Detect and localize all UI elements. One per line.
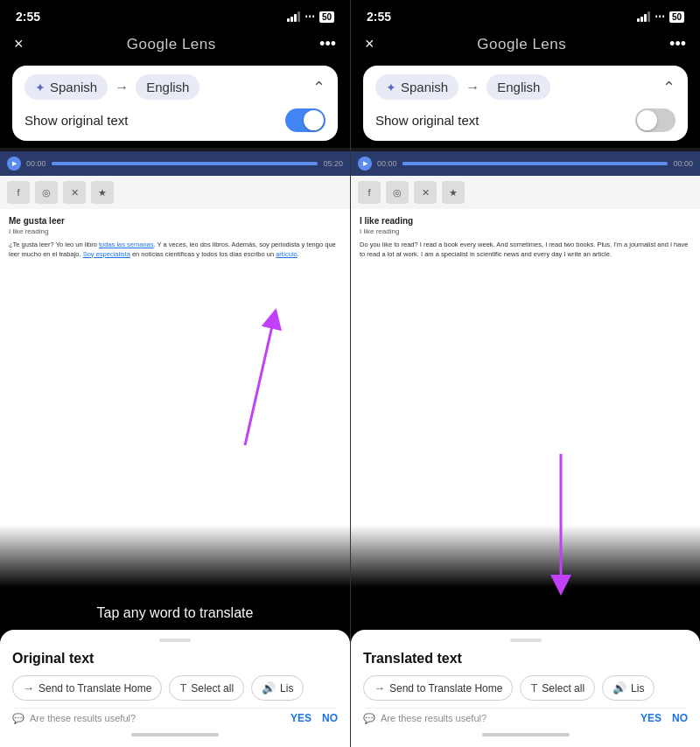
- listen-icon-right: 🔊: [612, 681, 626, 695]
- time-end-left: 05:20: [323, 159, 343, 168]
- status-bar-right: 2:55 ⋅⋅⋅ 50: [351, 0, 700, 31]
- source-lang-btn-left[interactable]: ✦ Spanish: [24, 74, 108, 100]
- language-row-left: ✦ Spanish → English ⌃: [24, 74, 326, 100]
- chevron-up-icon-right[interactable]: ⌃: [662, 78, 676, 97]
- tap-any-word-left: Tap any word to translate: [0, 605, 350, 621]
- social-bar-right: f ◎ ✕ ★: [351, 176, 700, 209]
- feedback-text-right: 💬 Are these results useful?: [363, 713, 486, 724]
- time-start-left: 00:00: [26, 159, 46, 168]
- article-title-right: I like reading: [360, 216, 691, 226]
- facebook-icon-right[interactable]: f: [358, 181, 381, 204]
- translation-bar-right: ✦ Spanish → English ⌃ Show original text: [363, 66, 688, 141]
- instagram-icon-right[interactable]: ◎: [386, 181, 409, 204]
- left-panel: 2:55 ⋅⋅⋅ 50 × Google Lens ••• ✦ Spanish …: [0, 0, 350, 747]
- show-original-label-right: Show original text: [375, 113, 479, 128]
- listen-btn-right[interactable]: 🔊 Lis: [602, 675, 654, 701]
- link2-left[interactable]: Soy especialista: [83, 250, 130, 258]
- article-subtitle-left: I like reading: [9, 227, 341, 235]
- send-translate-btn-right[interactable]: → Send to Translate Home: [363, 675, 513, 701]
- listen-btn-left[interactable]: 🔊 Lis: [251, 675, 304, 701]
- social-bar-left: f ◎ ✕ ★: [0, 176, 350, 209]
- show-original-toggle-right[interactable]: [635, 108, 676, 132]
- feedback-actions-left: YES NO: [290, 712, 338, 724]
- play-btn-right[interactable]: ▶: [358, 157, 372, 171]
- signal-icon-left: [287, 11, 300, 22]
- feedback-yes-left[interactable]: YES: [290, 712, 312, 724]
- article-body-left: ¿Te gusta leer? Yo leo un libro todas la…: [9, 241, 341, 259]
- time-start-right: 00:00: [377, 159, 397, 168]
- arrow-right-icon-left: →: [115, 80, 129, 95]
- close-btn-left[interactable]: ×: [14, 35, 24, 53]
- show-original-toggle-left[interactable]: [285, 108, 326, 132]
- target-lang-label-left: English: [146, 80, 189, 94]
- audio-bar-right: ▶ 00:00 00:00: [351, 151, 700, 176]
- image-area-right: ▶ 00:00 00:00 f ◎ ✕ ★ I like reading I l…: [351, 148, 700, 630]
- wifi-icon-right: ⋅⋅⋅: [654, 10, 665, 23]
- article-text-area-left: Me gusta leer I like reading ¿Te gusta l…: [0, 209, 350, 630]
- feedback-text-left: 💬 Are these results useful?: [12, 713, 136, 724]
- select-all-btn-right[interactable]: T Select all: [520, 675, 595, 701]
- status-icons-right: ⋅⋅⋅ 50: [637, 10, 684, 23]
- send-icon-left: →: [23, 681, 34, 695]
- bottom-actions-left: → Send to Translate Home T Select all 🔊 …: [12, 675, 338, 701]
- sparkle-icon-left: ✦: [35, 80, 46, 94]
- source-lang-btn-right[interactable]: ✦ Spanish: [375, 74, 458, 100]
- target-lang-label-right: English: [497, 80, 540, 94]
- article-body-right: Do you like to read? I read a book every…: [360, 241, 691, 259]
- sparkle-icon-right: ✦: [386, 80, 396, 94]
- article-text-area-right: I like reading I like reading Do you lik…: [351, 209, 700, 630]
- select-all-btn-left[interactable]: T Select all: [169, 675, 244, 701]
- sheet-handle-left: [159, 639, 191, 642]
- top-nav-left: × Google Lens •••: [0, 31, 350, 60]
- wifi-icon-left: ⋅⋅⋅: [304, 10, 315, 23]
- bookmark-icon-right[interactable]: ★: [442, 181, 465, 204]
- select-icon-left: T: [179, 681, 186, 695]
- status-bar-left: 2:55 ⋅⋅⋅ 50: [0, 0, 350, 31]
- image-area-left: ▶ 00:00 05:20 f ◎ ✕ ★ Me gusta leer I li…: [0, 148, 350, 630]
- language-row-right: ✦ Spanish → English ⌃: [375, 74, 676, 100]
- more-btn-right[interactable]: •••: [669, 35, 686, 53]
- target-lang-btn-right[interactable]: English: [486, 74, 550, 100]
- listen-icon-left: 🔊: [262, 681, 276, 695]
- feedback-no-right[interactable]: NO: [672, 712, 688, 724]
- chat-icon-right: 💬: [363, 713, 375, 724]
- time-end-right: 00:00: [673, 159, 693, 168]
- time-left: 2:55: [16, 10, 40, 24]
- send-translate-btn-left[interactable]: → Send to Translate Home: [12, 675, 162, 701]
- link1-left[interactable]: todas las semanas: [99, 241, 154, 248]
- target-lang-btn-left[interactable]: English: [136, 74, 200, 100]
- chevron-up-icon-left[interactable]: ⌃: [312, 78, 326, 97]
- link3-left[interactable]: artículo: [276, 250, 298, 258]
- facebook-icon-left[interactable]: f: [7, 181, 30, 204]
- more-btn-left[interactable]: •••: [319, 35, 336, 53]
- feedback-no-left[interactable]: NO: [322, 712, 338, 724]
- sheet-handle-right: [510, 639, 542, 642]
- signal-icon-right: [637, 11, 650, 22]
- lens-title-left: Google Lens: [127, 36, 216, 53]
- bottom-actions-right: → Send to Translate Home T Select all 🔊 …: [363, 675, 688, 701]
- close-btn-right[interactable]: ×: [365, 35, 374, 53]
- feedback-yes-right[interactable]: YES: [640, 712, 662, 724]
- bottom-sheet-right: Translated text → Send to Translate Home…: [351, 630, 700, 747]
- time-right: 2:55: [367, 10, 391, 24]
- x-icon-left[interactable]: ✕: [63, 181, 86, 204]
- progress-track-left: [52, 162, 318, 165]
- source-lang-label-left: Spanish: [50, 80, 97, 94]
- play-btn-left[interactable]: ▶: [7, 157, 21, 171]
- article-title-left: Me gusta leer: [9, 216, 341, 226]
- progress-track-right: [402, 162, 668, 165]
- progress-fill-right: [402, 162, 443, 165]
- source-lang-label-right: Spanish: [401, 80, 448, 94]
- x-icon-right[interactable]: ✕: [414, 181, 437, 204]
- article-subtitle-right: I like reading: [360, 227, 691, 235]
- show-original-row-left: Show original text: [24, 108, 326, 132]
- lens-title-right: Google Lens: [477, 36, 566, 53]
- sheet-title-right: Translated text: [363, 651, 688, 667]
- instagram-icon-left[interactable]: ◎: [35, 181, 58, 204]
- chat-icon-left: 💬: [12, 713, 24, 724]
- bookmark-icon-left[interactable]: ★: [91, 181, 114, 204]
- home-indicator-left: [131, 733, 219, 737]
- article-container-right: ▶ 00:00 00:00 f ◎ ✕ ★ I like reading I l…: [351, 148, 700, 630]
- feedback-row-left: 💬 Are these results useful? YES NO: [12, 708, 338, 728]
- status-icons-left: ⋅⋅⋅ 50: [287, 10, 334, 23]
